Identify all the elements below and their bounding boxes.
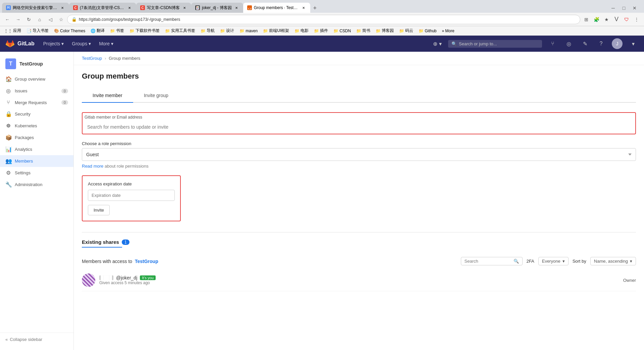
expiry-input[interactable]	[88, 190, 175, 201]
adblock-icon[interactable]: 🛡	[622, 15, 631, 24]
sidebar-item-kubernetes[interactable]: ☸ Kubernetes	[0, 120, 73, 132]
invite-button[interactable]: Invite	[88, 205, 110, 215]
star-icon[interactable]: ★	[602, 15, 611, 24]
close-button[interactable]: ✕	[630, 3, 639, 13]
nav-more[interactable]: More ▾	[96, 40, 117, 48]
more-options-button[interactable]: ⋮	[632, 15, 641, 24]
browser-tab-4[interactable]: 🃏 joker_dj - 博客园 ✕	[191, 3, 243, 13]
nav-help-icon[interactable]: ?	[596, 38, 606, 49]
bookmark-import[interactable]: 📑导入书签	[25, 27, 50, 34]
back-button[interactable]: ←	[3, 15, 12, 24]
bookmark-nav[interactable]: 📁导航	[199, 27, 216, 34]
sidebar-item-administration[interactable]: 🔧 Administration	[0, 179, 73, 190]
tab-invite-member[interactable]: Invite member	[82, 89, 133, 103]
settings-icon: ⚙	[5, 170, 11, 176]
bookmark-translate[interactable]: 🌐翻译	[89, 27, 106, 34]
gitlab-logo[interactable]: GitLab	[5, 39, 35, 48]
bookmark-csdn[interactable]: 📁CSDN	[332, 28, 352, 34]
sidebar-item-merge-requests[interactable]: ⑂ Merge Requests 0	[0, 97, 73, 108]
extensions-icon[interactable]: 🧩	[592, 15, 601, 24]
sidebar-item-analytics[interactable]: 📊 Analytics	[0, 143, 73, 155]
tab-favicon-5: 🦊	[247, 5, 252, 10]
browser-tab-1[interactable]: 网 网络空间安全搜索引擎,网络空... ✕	[2, 3, 69, 13]
new-tab-button[interactable]: +	[310, 3, 320, 13]
bookmark-github[interactable]: 📁Github	[417, 28, 438, 34]
bookmark-tools[interactable]: 📁实用工具书签	[164, 27, 197, 34]
minimize-button[interactable]: ─	[608, 3, 618, 13]
browser-nav-icons: ⊞ 🧩 ★ V 🛡 ⋮	[582, 15, 641, 24]
search-icon: 🔍	[451, 41, 457, 46]
sidebar-item-packages[interactable]: 📦 Packages	[0, 132, 73, 143]
role-select[interactable]: Guest Reporter Developer Maintainer Owne…	[82, 148, 636, 161]
nav-merge-requests-icon[interactable]: ⑂	[547, 38, 558, 49]
bookmark-plugins[interactable]: 📁插件	[313, 27, 329, 34]
you-badge: It's you	[140, 275, 156, 280]
address-bar[interactable]: 🔒 https://gitlab.com/groups/testgroup173…	[67, 15, 580, 24]
sort-dropdown[interactable]: Name, ascending ▾	[590, 257, 636, 265]
tab-close-5[interactable]: ✕	[301, 5, 306, 10]
forward-button[interactable]: →	[13, 15, 23, 24]
breadcrumb-parent-link[interactable]: TestGroup	[82, 56, 102, 61]
existing-shares-header: Existing shares 1	[82, 239, 636, 245]
reload-button[interactable]: ↻	[24, 15, 34, 24]
read-more-link[interactable]: Read more	[82, 164, 103, 169]
expiry-section: Access expiration date Invite	[82, 175, 181, 221]
bookmark-bookmarks[interactable]: 📁书签	[109, 27, 125, 34]
member-row: ████ @joker_dj It's you Given access 5 m…	[82, 269, 636, 291]
bookmark-cnblogs[interactable]: 📁博客园	[374, 27, 395, 34]
sort-chevron-icon: ▾	[630, 259, 632, 264]
nav-avatar[interactable]: J	[612, 38, 623, 49]
breadcrumb-current: Group members	[109, 56, 140, 61]
bookmark-frontend[interactable]: 📁前端UI框架	[262, 27, 290, 34]
profile-icon[interactable]: V	[612, 15, 621, 24]
bookmark-apps[interactable]: ⋮⋮应用	[3, 27, 22, 34]
nav-projects[interactable]: Projects ▾	[40, 40, 67, 48]
sidebar-collapse-button[interactable]: « Collapse sidebar	[0, 333, 73, 346]
browser-tab-3[interactable]: C 写文章-CSDN博客 ✕	[136, 3, 191, 13]
tab-invite-group[interactable]: Invite group	[133, 89, 179, 103]
sidebar-item-security[interactable]: 🔒 Security	[0, 108, 73, 120]
nav-issues-icon[interactable]: ◎	[564, 38, 574, 49]
nav-groups[interactable]: Groups ▾	[68, 40, 94, 48]
bookmark-more[interactable]: »More	[441, 28, 456, 34]
tab-close-3[interactable]: ✕	[182, 5, 187, 10]
shares-count-badge: 1	[122, 239, 129, 245]
bookmark-design[interactable]: 📁设计	[219, 27, 235, 34]
page-content: Group members Invite member Invite group…	[74, 65, 644, 298]
tab-close-1[interactable]: ✕	[60, 5, 65, 10]
address-text: https://gitlab.com/groups/testgroup173/-…	[79, 17, 576, 22]
tab-close-4[interactable]: ✕	[234, 5, 239, 10]
translate-icon[interactable]: ⊞	[582, 15, 591, 24]
bookmark-movies[interactable]: 📁电影	[293, 27, 310, 34]
lock-icon: 🔒	[71, 17, 77, 22]
existing-shares-title: Existing shares	[82, 239, 119, 245]
tab-title-4: joker_dj - 博客园	[202, 5, 232, 11]
bookmark-download[interactable]: 📁下载软件书签	[128, 27, 161, 34]
home-icon: 🏠	[5, 76, 11, 82]
bookmark-maven[interactable]: 📁maven	[238, 28, 259, 34]
browser-tab-2[interactable]: C (7条消息)文章管理-CSDN博客 ✕	[69, 3, 136, 13]
nav-edit-icon[interactable]: ✎	[580, 38, 590, 49]
member-search-input[interactable]	[83, 121, 635, 133]
maximize-button[interactable]: □	[619, 3, 629, 13]
nav-chevron-icon[interactable]: ▾	[628, 38, 639, 49]
nav-search[interactable]: 🔍 Search or jump to...	[448, 40, 542, 48]
nav-plus-button[interactable]: ⊕ ▾	[432, 38, 443, 49]
sidebar-item-members[interactable]: 👥 Members	[0, 155, 73, 167]
member-search-filter-input[interactable]	[465, 259, 512, 264]
member-sub: Given access 5 minutes ago	[99, 280, 619, 285]
tab-close-2[interactable]: ✕	[127, 5, 132, 10]
history-back-button[interactable]: ◁	[46, 15, 55, 24]
member-filter-search[interactable]: 🔍	[461, 257, 523, 265]
bookmark-star-button[interactable]: ☆	[56, 15, 66, 24]
everyone-filter-dropdown[interactable]: Everyone ▾	[538, 257, 569, 265]
home-button[interactable]: ⌂	[35, 15, 44, 24]
sidebar-item-issues[interactable]: ◎ Issues 0	[0, 85, 73, 97]
bookmark-gitee[interactable]: 📁码云	[398, 27, 415, 34]
browser-tab-5[interactable]: 🦊 Group members · TestGroup ✕	[243, 3, 310, 13]
sidebar-item-settings[interactable]: ⚙ Settings	[0, 167, 73, 179]
sidebar-item-group-overview[interactable]: 🏠 Group overview	[0, 73, 73, 85]
nav-links: Projects ▾ Groups ▾ More ▾	[40, 40, 117, 48]
bookmark-color-themes[interactable]: 🎨Color Themes	[53, 28, 87, 34]
bookmark-jianshu[interactable]: 📁简书	[355, 27, 372, 34]
